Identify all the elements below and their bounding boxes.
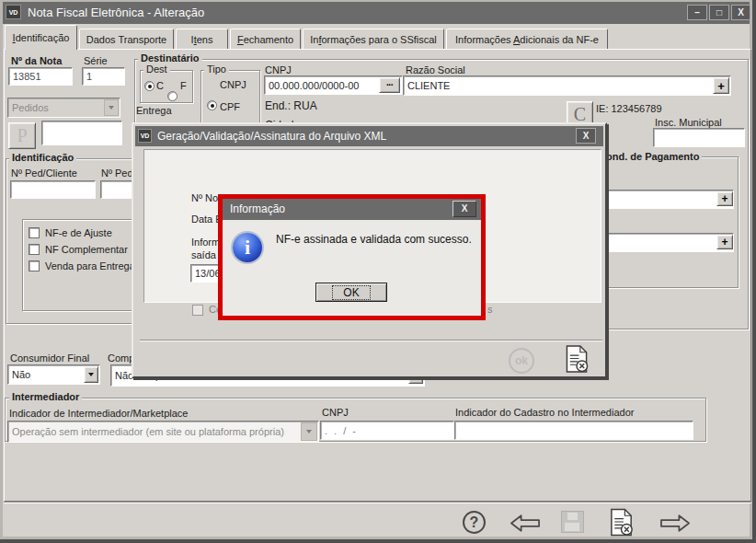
toolbar-divider bbox=[4, 502, 751, 503]
dest-f-label: F bbox=[180, 80, 187, 91]
ped-cliente-label: Nº Ped/Cliente bbox=[11, 168, 77, 179]
arrow-right-icon bbox=[659, 513, 691, 534]
forward-button[interactable] bbox=[659, 513, 691, 534]
dialog-cancel-document-button[interactable] bbox=[566, 344, 589, 374]
pedidos-dropdown-button[interactable] bbox=[104, 99, 119, 116]
dialog-text-fragment: s bbox=[487, 304, 493, 315]
cadastro-label: Indicador do Cadastro no Intermediador bbox=[455, 407, 634, 418]
nota-field[interactable]: 13851 bbox=[8, 67, 73, 86]
tab-informacoes-ssfiscal[interactable]: Informações para o SSfiscal bbox=[303, 29, 444, 49]
msgbox-ok-button[interactable]: OK bbox=[315, 283, 387, 302]
dialog-checkbox[interactable] bbox=[192, 305, 203, 316]
pedidos-value: Pedidos bbox=[12, 102, 49, 113]
tipo-groupbox bbox=[200, 70, 260, 123]
tab-dados-transporte[interactable]: Dados Transporte bbox=[79, 29, 174, 49]
cond-pagamento-caption: ond. de Pagamento bbox=[603, 151, 702, 162]
close-icon: X bbox=[738, 8, 744, 17]
app-icon: VD bbox=[6, 5, 21, 19]
xml-dialog-close-button[interactable]: X bbox=[576, 128, 596, 144]
plus-icon: + bbox=[721, 236, 727, 248]
nf-complementar-label: NF Complementar bbox=[45, 244, 128, 255]
consumidor-dropdown-button[interactable] bbox=[84, 366, 98, 383]
ie-label: IE: 123456789 bbox=[596, 103, 662, 114]
nfe-ajuste-checkbox[interactable] bbox=[29, 227, 40, 238]
ellipsis-icon: ··· bbox=[386, 80, 393, 90]
document-cancel-icon bbox=[610, 508, 634, 537]
tipo-caption: Tipo bbox=[204, 64, 229, 75]
chevron-down-icon bbox=[306, 430, 312, 433]
chevron-down-icon bbox=[88, 373, 94, 376]
arrow-left-icon bbox=[510, 513, 541, 534]
razao-add-button[interactable]: + bbox=[713, 77, 729, 94]
dest-c-radio[interactable] bbox=[144, 81, 155, 91]
msgbox-body: i NF-e assinada e validada com sucesso. … bbox=[223, 220, 481, 316]
close-icon: X bbox=[583, 132, 590, 141]
close-button[interactable]: X bbox=[731, 5, 750, 20]
tab-itens[interactable]: Itens bbox=[176, 29, 228, 49]
help-icon: ? bbox=[470, 514, 479, 531]
intermediador-caption: Intermediador bbox=[9, 391, 82, 402]
serie-field[interactable]: 1 bbox=[82, 67, 125, 86]
cidade-label-clipped: Cidade: bbox=[265, 116, 403, 122]
nf-complementar-checkbox[interactable] bbox=[29, 244, 40, 255]
ped-cliente-field[interactable] bbox=[10, 180, 96, 199]
nfe-ajuste-label: NF-e de Ajuste bbox=[45, 227, 112, 238]
info-line-1: Inform bbox=[191, 237, 220, 248]
cnpj-browse-button[interactable]: ··· bbox=[379, 77, 400, 93]
tipo-cnpj-label: CNPJ bbox=[220, 79, 246, 90]
insc-municipal-field[interactable] bbox=[653, 128, 745, 147]
minimize-button[interactable]: – bbox=[687, 5, 707, 20]
maximize-icon: □ bbox=[716, 8, 722, 17]
destinatario-caption: Destinatário bbox=[138, 52, 202, 64]
intermediador-cnpj-label: CNPJ bbox=[322, 407, 349, 418]
minimize-icon: – bbox=[694, 8, 700, 17]
info-messagebox: Informação X i NF-e assinada e validada … bbox=[223, 199, 481, 316]
save-icon bbox=[567, 513, 578, 520]
help-button[interactable]: ? bbox=[463, 511, 486, 534]
msgbox-message: NF-e assinada e validada com sucesso. bbox=[276, 233, 476, 246]
entrega-label: Entrega bbox=[136, 105, 172, 116]
cadastro-field[interactable] bbox=[454, 421, 693, 440]
xml-dialog-title: Geração/Validação/Assinatura do Arquivo … bbox=[157, 130, 386, 143]
maximize-button[interactable]: □ bbox=[709, 5, 729, 20]
tab-identificacao[interactable]: Identificação bbox=[5, 25, 77, 50]
dest-f-radio[interactable] bbox=[167, 91, 178, 101]
intermediador-cnpj-field[interactable]: . . / - bbox=[320, 421, 454, 440]
dest-c-label: C bbox=[156, 80, 164, 91]
cancel-document-button[interactable] bbox=[610, 508, 634, 537]
insc-municipal-label: Insc. Municipal bbox=[655, 117, 722, 128]
tab-informacoes-adicionais[interactable]: Informações Adicionais da NF-e bbox=[446, 29, 608, 49]
msgbox-title: Informação bbox=[230, 202, 285, 215]
dest-caption: Dest bbox=[143, 64, 170, 75]
tipo-cnpj-radio[interactable] bbox=[207, 100, 217, 110]
razao-social-field[interactable]: CLIENTE bbox=[403, 75, 731, 96]
tab-fechamento[interactable]: Fechamento bbox=[230, 29, 301, 49]
venda-entrega-label: Venda para Entrega bbox=[45, 260, 135, 272]
comprador-label-fragment: Comp bbox=[108, 352, 134, 364]
screen: VD Nota Fiscal Eletrônica - Alteração – … bbox=[0, 0, 756, 543]
title-bar: VD Nota Fiscal Eletrônica - Alteração – … bbox=[3, 2, 750, 24]
endereco-label: End.: RUA bbox=[265, 99, 317, 112]
venda-entrega-checkbox[interactable] bbox=[29, 260, 40, 272]
msgbox-close-button[interactable]: X bbox=[452, 201, 476, 217]
cond-pagamento-add-button-2[interactable]: + bbox=[716, 235, 733, 249]
serie-label: Série bbox=[84, 55, 108, 66]
chevron-down-icon bbox=[109, 106, 114, 110]
document-cancel-icon bbox=[566, 344, 589, 374]
close-icon: X bbox=[462, 204, 468, 214]
tipo-cpf-label: CPF bbox=[220, 101, 240, 112]
app-icon: VD bbox=[138, 129, 152, 143]
dialog-divider bbox=[140, 340, 602, 341]
p-field[interactable] bbox=[41, 121, 122, 145]
consumidor-final-label: Consumidor Final bbox=[10, 352, 89, 364]
save-button[interactable] bbox=[561, 511, 584, 533]
ped2-label: Nº Ped bbox=[101, 168, 133, 179]
indicador-label: Indicador de Intermediador/Marketplace bbox=[9, 408, 188, 419]
indicador-dropdown-button[interactable] bbox=[301, 422, 317, 441]
indicador-combobox[interactable]: Operação sem intermediador (em site ou p… bbox=[7, 421, 319, 443]
p-button[interactable]: P bbox=[8, 122, 36, 149]
back-button[interactable] bbox=[510, 513, 541, 534]
nota-label: Nº da Nota bbox=[11, 55, 62, 66]
cond-pagamento-add-button[interactable]: + bbox=[716, 191, 733, 206]
dialog-ok-button[interactable]: ok bbox=[509, 348, 534, 374]
